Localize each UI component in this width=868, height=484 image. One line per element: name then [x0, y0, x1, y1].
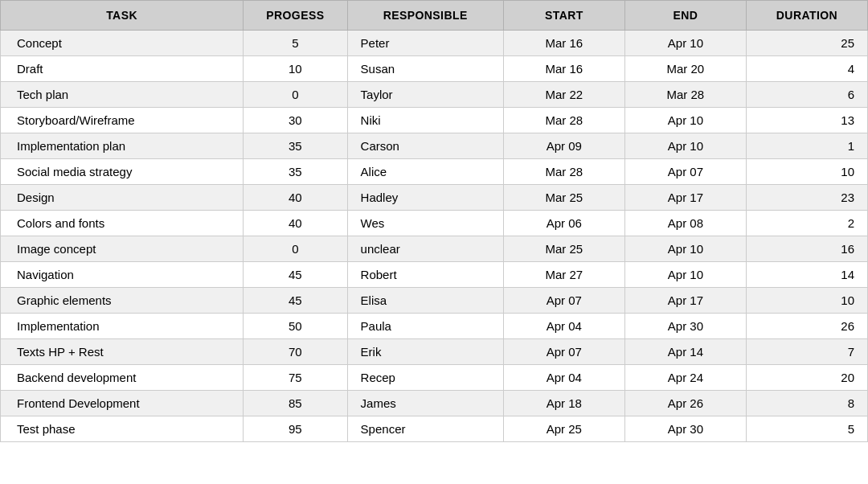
- cell-duration: 10: [746, 288, 867, 314]
- cell-end: Apr 10: [624, 262, 746, 288]
- project-table: TASK PROGESS RESPONSIBLE START END DURAT…: [0, 0, 868, 442]
- table-row: Storyboard/Wireframe30NikiMar 28Apr 1013: [1, 108, 868, 133]
- cell-end: Apr 10: [624, 236, 746, 262]
- cell-start: Apr 04: [503, 365, 624, 391]
- cell-responsible: Taylor: [347, 82, 503, 108]
- cell-progress: 70: [244, 339, 347, 365]
- cell-task: Draft: [1, 56, 244, 82]
- cell-end: Apr 17: [624, 185, 746, 211]
- cell-responsible: James: [347, 391, 503, 416]
- cell-duration: 25: [746, 31, 867, 56]
- cell-end: Mar 20: [624, 56, 746, 82]
- cell-progress: 40: [244, 185, 347, 211]
- header-duration: DURATION: [746, 1, 867, 31]
- cell-start: Mar 16: [503, 31, 624, 56]
- table-header-row: TASK PROGESS RESPONSIBLE START END DURAT…: [1, 1, 868, 31]
- cell-progress: 30: [244, 108, 347, 133]
- cell-responsible: Hadley: [347, 185, 503, 211]
- cell-start: Mar 16: [503, 56, 624, 82]
- header-task: TASK: [1, 1, 244, 31]
- table-row: Social media strategy35AliceMar 28Apr 07…: [1, 159, 868, 185]
- table-row: Implementation50PaulaApr 04Apr 3026: [1, 314, 868, 339]
- cell-duration: 7: [746, 339, 867, 365]
- header-end: END: [624, 1, 746, 31]
- header-progress: PROGESS: [244, 1, 347, 31]
- table-row: Navigation45RobertMar 27Apr 1014: [1, 262, 868, 288]
- cell-start: Apr 04: [503, 314, 624, 339]
- cell-end: Apr 10: [624, 31, 746, 56]
- cell-task: Social media strategy: [1, 159, 244, 185]
- cell-responsible: unclear: [347, 236, 503, 262]
- cell-start: Mar 27: [503, 262, 624, 288]
- cell-task: Storyboard/Wireframe: [1, 108, 244, 133]
- cell-task: Design: [1, 185, 244, 211]
- cell-responsible: Paula: [347, 314, 503, 339]
- table-row: Design40HadleyMar 25Apr 1723: [1, 185, 868, 211]
- table-row: Concept5PeterMar 16Apr 1025: [1, 31, 868, 56]
- cell-responsible: Elisa: [347, 288, 503, 314]
- cell-duration: 1: [746, 133, 867, 159]
- table-row: Draft10SusanMar 16Mar 204: [1, 56, 868, 82]
- table-row: Frontend Development85JamesApr 18Apr 268: [1, 391, 868, 416]
- cell-start: Mar 28: [503, 108, 624, 133]
- cell-duration: 16: [746, 236, 867, 262]
- cell-end: Apr 30: [624, 314, 746, 339]
- cell-duration: 4: [746, 56, 867, 82]
- cell-start: Apr 09: [503, 133, 624, 159]
- cell-progress: 5: [244, 31, 347, 56]
- cell-end: Apr 17: [624, 288, 746, 314]
- cell-responsible: Niki: [347, 108, 503, 133]
- cell-progress: 45: [244, 288, 347, 314]
- cell-end: Apr 10: [624, 108, 746, 133]
- cell-task: Texts HP + Rest: [1, 339, 244, 365]
- table-row: Test phase95SpencerApr 25Apr 305: [1, 416, 868, 442]
- cell-end: Apr 14: [624, 339, 746, 365]
- cell-task: Backend development: [1, 365, 244, 391]
- cell-duration: 13: [746, 108, 867, 133]
- cell-duration: 5: [746, 416, 867, 442]
- cell-end: Apr 30: [624, 416, 746, 442]
- cell-progress: 35: [244, 133, 347, 159]
- cell-start: Apr 18: [503, 391, 624, 416]
- cell-start: Mar 22: [503, 82, 624, 108]
- cell-responsible: Peter: [347, 31, 503, 56]
- cell-progress: 50: [244, 314, 347, 339]
- cell-duration: 2: [746, 211, 867, 236]
- cell-duration: 23: [746, 185, 867, 211]
- cell-progress: 10: [244, 56, 347, 82]
- cell-end: Apr 07: [624, 159, 746, 185]
- cell-start: Apr 06: [503, 211, 624, 236]
- cell-responsible: Wes: [347, 211, 503, 236]
- cell-start: Mar 25: [503, 236, 624, 262]
- cell-progress: 75: [244, 365, 347, 391]
- cell-task: Colors and fonts: [1, 211, 244, 236]
- cell-task: Implementation: [1, 314, 244, 339]
- cell-start: Apr 07: [503, 288, 624, 314]
- cell-progress: 95: [244, 416, 347, 442]
- cell-start: Mar 28: [503, 159, 624, 185]
- table-row: Backend development75RecepApr 04Apr 2420: [1, 365, 868, 391]
- cell-task: Frontend Development: [1, 391, 244, 416]
- cell-responsible: Alice: [347, 159, 503, 185]
- cell-progress: 0: [244, 82, 347, 108]
- cell-duration: 8: [746, 391, 867, 416]
- main-table-container: TASK PROGESS RESPONSIBLE START END DURAT…: [0, 0, 868, 484]
- table-row: Texts HP + Rest70ErikApr 07Apr 147: [1, 339, 868, 365]
- cell-responsible: Susan: [347, 56, 503, 82]
- cell-end: Mar 28: [624, 82, 746, 108]
- cell-duration: 20: [746, 365, 867, 391]
- cell-end: Apr 26: [624, 391, 746, 416]
- cell-progress: 0: [244, 236, 347, 262]
- cell-responsible: Robert: [347, 262, 503, 288]
- cell-progress: 40: [244, 211, 347, 236]
- cell-start: Apr 25: [503, 416, 624, 442]
- cell-start: Mar 25: [503, 185, 624, 211]
- cell-task: Image concept: [1, 236, 244, 262]
- cell-progress: 35: [244, 159, 347, 185]
- cell-start: Apr 07: [503, 339, 624, 365]
- cell-duration: 10: [746, 159, 867, 185]
- table-row: Tech plan0TaylorMar 22Mar 286: [1, 82, 868, 108]
- cell-end: Apr 24: [624, 365, 746, 391]
- table-row: Implementation plan35CarsonApr 09Apr 101: [1, 133, 868, 159]
- cell-responsible: Carson: [347, 133, 503, 159]
